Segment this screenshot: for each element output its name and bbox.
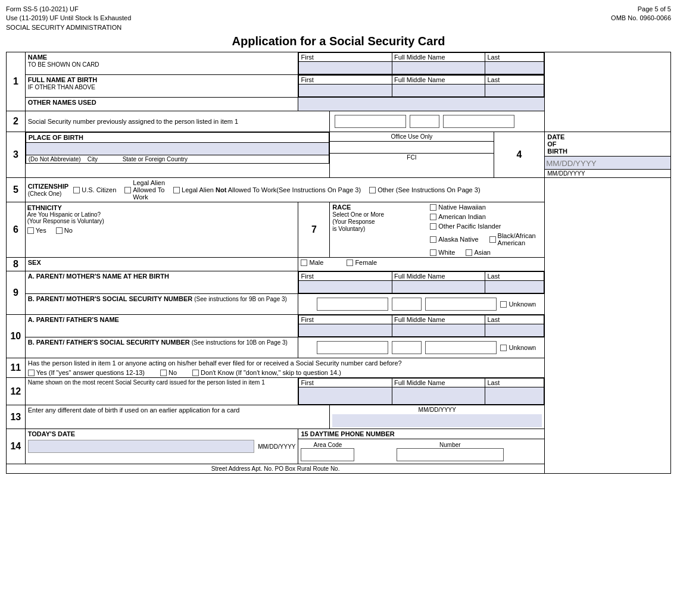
page-number: Page 5 of 5 xyxy=(611,5,671,14)
item-2-ssn xyxy=(330,111,545,132)
mother-ssn-sub: (See instructions for 9B on Page 3) xyxy=(194,296,287,302)
sex-bold: SEX xyxy=(28,259,41,266)
phone-number-input[interactable] xyxy=(397,448,504,461)
american-indian-label: American Indian xyxy=(438,213,486,220)
cb-ethnicity-yes[interactable] xyxy=(27,227,34,234)
item-13-dob-input[interactable] xyxy=(332,414,542,427)
today-date-box[interactable] xyxy=(28,440,254,453)
mother-last-input[interactable] xyxy=(485,281,544,293)
today-date-inputs: MM/DD/YYYY xyxy=(26,439,298,454)
birth-last-input[interactable] xyxy=(485,85,544,96)
item-1b-label: FULL NAME AT BIRTH IF OTHER THAN ABOVE xyxy=(25,75,298,98)
cb-alaska-native[interactable] xyxy=(430,236,436,243)
item-13-label: Enter any different date of birth if use… xyxy=(25,405,330,429)
cb-other-pacific[interactable] xyxy=(430,223,436,230)
form-title: Application for a Social Security Card xyxy=(6,35,671,48)
father-ssn-3[interactable] xyxy=(425,341,497,354)
cb-female[interactable] xyxy=(347,259,353,266)
today-date-input[interactable] xyxy=(29,440,254,454)
mother-unknown: Unknown xyxy=(500,301,536,308)
cb-mother-unknown[interactable] xyxy=(500,301,507,308)
mother-middle-label: Full Middle Name xyxy=(392,272,485,281)
father-last-input[interactable] xyxy=(485,324,544,336)
cb-11-yes[interactable] xyxy=(28,370,35,376)
father-middle-input[interactable] xyxy=(392,324,485,336)
legal-not-allowed-label: Legal Alien Not Allowed To Work(See Inst… xyxy=(182,186,361,193)
mother-ssn-2[interactable] xyxy=(392,298,422,311)
name-middle-input[interactable] xyxy=(392,62,485,74)
cb-male[interactable] xyxy=(301,259,307,266)
office-use-cell: Office Use Only FCI xyxy=(330,132,494,178)
ssn-box-3[interactable] xyxy=(443,115,514,128)
item-12-last-input[interactable] xyxy=(485,387,544,404)
race-american-indian: American Indian xyxy=(430,213,486,220)
today-date-label: TODAY'S DATE xyxy=(26,429,298,439)
cb-american-indian[interactable] xyxy=(430,214,436,220)
row-13: 13 Enter any different date of birth if … xyxy=(7,405,671,429)
cb-us-citizen[interactable] xyxy=(73,187,80,193)
place-birth-title: PLACE OF BIRTH xyxy=(26,133,329,143)
cb-legal-not-allowed[interactable] xyxy=(173,187,180,193)
item-11-dontknow: Don't Know (If "don't know," skip to que… xyxy=(192,369,341,376)
mother-first-label: First xyxy=(299,272,392,281)
row-1c: OTHER NAMES USED xyxy=(7,98,671,111)
item-12-middle-input[interactable] xyxy=(392,387,485,404)
mother-middle-input[interactable] xyxy=(392,281,485,293)
father-ssn-1[interactable] xyxy=(317,341,388,354)
ethnicity-sub: Are You Hispanic or Latino?(Your Respons… xyxy=(27,211,297,224)
cb-white[interactable] xyxy=(430,249,436,256)
father-name-bold: A. PARENT/ FATHER'S NAME xyxy=(28,316,119,323)
col-middle-label: Full Middle Name xyxy=(392,53,485,62)
state-label: State or Foreign Country xyxy=(123,156,188,162)
father-ssn-bold: B. PARENT/ FATHER'S SOCIAL SECURITY NUMB… xyxy=(28,339,190,346)
item-6-num: 6 xyxy=(7,202,26,258)
place-birth-input[interactable] xyxy=(26,143,329,155)
cb-black[interactable] xyxy=(489,236,496,243)
item-6-content: ETHNICITY Are You Hispanic or Latino?(Yo… xyxy=(25,202,298,258)
cb-other-citizen[interactable] xyxy=(369,187,376,193)
father-ssn-2[interactable] xyxy=(392,341,422,354)
other-names-input[interactable] xyxy=(298,98,544,111)
female-label: Female xyxy=(355,259,377,266)
birth-label: FULL NAME AT BIRTH xyxy=(28,76,98,83)
item-10-num: 10 xyxy=(7,315,26,358)
cb-ethnicity-no[interactable] xyxy=(56,227,63,234)
item-11-num: 11 xyxy=(7,358,26,378)
item-9-num: 9 xyxy=(7,271,26,315)
item-12-num: 12 xyxy=(7,378,26,405)
item-13-num: 13 xyxy=(7,405,26,429)
mother-ssn-1[interactable] xyxy=(317,298,388,311)
birth-middle-input[interactable] xyxy=(392,85,485,96)
ssn-box-2[interactable] xyxy=(410,115,439,128)
father-first-input[interactable] xyxy=(299,324,391,336)
name-last-input[interactable] xyxy=(485,62,544,74)
asian-label: Asian xyxy=(474,249,491,256)
mother-ssn-3[interactable] xyxy=(425,298,497,311)
page-header: Form SS-5 (10-2021) UF Use (11-2019) UF … xyxy=(6,5,671,32)
office-use-label: Office Use Only xyxy=(330,132,493,141)
citizen-legal-not-allowed: Legal Alien Not Allowed To Work(See Inst… xyxy=(173,186,361,193)
row-14-15: 14 TODAY'S DATE MM/DD/YYYY 15 DAYTIME PH… xyxy=(7,429,671,464)
mother-first-input[interactable] xyxy=(299,281,391,293)
item-13-format: MM/DD/YYYY xyxy=(332,407,542,413)
dob-input[interactable] xyxy=(545,157,670,170)
cb-father-unknown[interactable] xyxy=(500,345,507,351)
item-12-first-input[interactable] xyxy=(299,387,391,404)
alaska-native-label: Alaska Native xyxy=(438,236,478,243)
birth-first-input[interactable] xyxy=(299,85,391,96)
father-ssn-sub: (See instructions for 10B on Page 3) xyxy=(192,339,288,346)
citizenship-label: CITIZENSHIP (Check One) xyxy=(28,183,68,197)
name-first-input[interactable] xyxy=(299,62,391,74)
cb-11-dontknow[interactable] xyxy=(192,370,199,376)
col-middle-label2: Full Middle Name xyxy=(392,76,485,85)
mother-last-label: Last xyxy=(485,272,544,281)
cb-legal-allowed[interactable] xyxy=(124,187,131,193)
cb-11-no[interactable] xyxy=(160,370,167,376)
phone-area-input[interactable] xyxy=(301,448,354,461)
race-options: Native Hawaiian American Indian Other Pa… xyxy=(430,204,542,256)
ssn-box-1[interactable] xyxy=(335,115,406,128)
phone-inputs: Area Code Number xyxy=(298,439,544,464)
cb-native-hawaiian[interactable] xyxy=(430,204,436,211)
cb-asian[interactable] xyxy=(466,249,472,256)
phone-area-text: Area Code xyxy=(301,442,354,448)
